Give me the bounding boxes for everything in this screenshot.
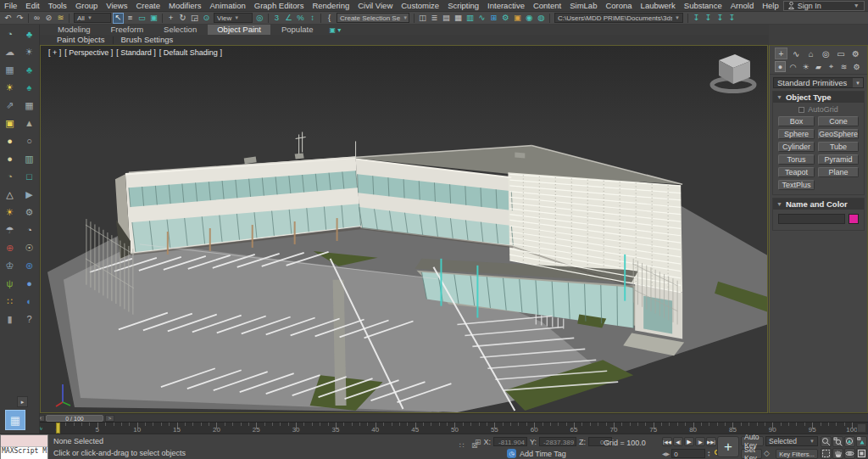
maxscript-mini-listener[interactable]: MAXScript Mi: [0, 434, 48, 459]
menu-interactive[interactable]: Interactive: [483, 0, 529, 12]
curve-editor-icon[interactable]: ∿: [476, 13, 487, 24]
trackbar-expand-button[interactable]: ▸: [17, 396, 28, 407]
cloud-icon[interactable]: ☁: [3, 43, 18, 61]
percent-snap-icon[interactable]: %: [295, 13, 306, 24]
video-frame-icon[interactable]: ▶: [22, 186, 37, 204]
select-and-place-icon[interactable]: ⊙: [201, 13, 212, 24]
unlink-selection-icon[interactable]: ⊘: [43, 13, 54, 24]
menu-scripting[interactable]: Scripting: [443, 0, 483, 12]
help-icon[interactable]: ?: [22, 311, 37, 328]
next-frame-button[interactable]: |▶: [695, 437, 705, 446]
teapot-outline-icon[interactable]: ◔: [22, 221, 37, 239]
next-frame-arrow[interactable]: >: [105, 415, 114, 422]
tab-motion-icon[interactable]: ◎: [820, 48, 832, 59]
pan-button[interactable]: [832, 448, 843, 459]
frame-spinner[interactable]: ▲▼: [707, 451, 710, 457]
autogrid-checkbox[interactable]: [798, 107, 804, 113]
redo-icon[interactable]: ↷: [14, 13, 25, 24]
molecule-icon[interactable]: ⊕: [3, 239, 18, 257]
menu-animation[interactable]: Animation: [206, 0, 250, 12]
menu-help[interactable]: Help: [758, 0, 783, 12]
ribbon-config-icon[interactable]: ▣ ▾: [329, 26, 341, 34]
menu-modifiers[interactable]: Modifiers: [164, 0, 206, 12]
mirror-icon[interactable]: ◫: [417, 13, 428, 24]
globe-icon[interactable]: ⊛: [22, 257, 37, 275]
spinner-snap-icon[interactable]: ↕: [307, 13, 318, 24]
ribbon-tab-selection[interactable]: Selection: [154, 25, 206, 35]
reference-coordinate-dropdown[interactable]: View▼: [214, 13, 253, 23]
shrubs-icon[interactable]: ♣: [22, 61, 37, 79]
forest-icon[interactable]: ♠: [22, 79, 37, 97]
render-iterative-icon[interactable]: ◍: [536, 13, 547, 24]
gear-flower-icon[interactable]: ⚙: [22, 204, 37, 221]
menu-graph-editors[interactable]: Graph Editors: [250, 0, 309, 12]
current-frame-field[interactable]: 0: [671, 449, 705, 458]
primitive-button-plane[interactable]: Plane: [818, 167, 859, 177]
ribbon-tab-freeform[interactable]: Freeform: [102, 25, 153, 35]
menu-customize[interactable]: Customize: [397, 0, 443, 12]
sign-in-button[interactable]: Sign In ▼: [783, 1, 865, 11]
menu-group[interactable]: Group: [71, 0, 102, 12]
window-crossing-toggle-icon[interactable]: ▣: [148, 13, 159, 24]
cat-geometry-icon[interactable]: ●: [775, 61, 786, 72]
teapot-icon[interactable]: ◔: [3, 25, 18, 43]
zoom-extents-all-button[interactable]: [856, 436, 867, 447]
ring-icon[interactable]: ○: [22, 132, 37, 150]
sun-disc-icon[interactable]: ●: [3, 132, 18, 150]
save-to-cloud-icon[interactable]: ↧: [691, 13, 702, 24]
time-slider[interactable]: 0 / 100: [46, 415, 103, 422]
primitive-category-dropdown[interactable]: Standard Primitives ▼: [773, 77, 864, 88]
absolute-mode-icon[interactable]: ⊞: [475, 438, 481, 446]
primitive-button-teapot[interactable]: Teapot: [778, 167, 815, 177]
sun-grey-icon[interactable]: ☀: [22, 43, 37, 61]
menu-views[interactable]: Views: [102, 0, 131, 12]
sun-bright-icon[interactable]: ☀: [3, 204, 18, 221]
sphere-tan-icon[interactable]: ●: [3, 150, 18, 168]
zoom-region-button[interactable]: [821, 448, 832, 459]
menu-create[interactable]: Create: [131, 0, 164, 12]
angle-snap-icon[interactable]: ∠: [283, 13, 294, 24]
ribbon-tab-object-paint[interactable]: Object Paint: [208, 25, 270, 35]
tab-hierarchy-icon[interactable]: ⌂: [804, 48, 817, 59]
frame-select-icon[interactable]: □: [22, 168, 37, 186]
cat-cameras-icon[interactable]: ▰: [813, 61, 824, 72]
object-color-swatch[interactable]: [849, 214, 859, 224]
menu-edit[interactable]: Edit: [21, 0, 43, 12]
menu-substance[interactable]: Substance: [680, 0, 726, 12]
orbit-button[interactable]: [844, 448, 855, 459]
menu-civil-view[interactable]: Civil View: [353, 0, 397, 12]
cat-lights-icon[interactable]: ☀: [800, 61, 811, 72]
view-cube[interactable]: [706, 49, 759, 93]
current-frame-marker[interactable]: [56, 423, 60, 434]
add-time-tag[interactable]: ◷ Add Time Tag: [507, 449, 566, 458]
edit-named-selection-sets-icon[interactable]: {: [324, 13, 335, 24]
primitive-button-cylinder[interactable]: Cylinder: [778, 142, 815, 152]
eclipse-icon[interactable]: ◐: [22, 293, 37, 311]
name-color-rollout-header[interactable]: ▼ Name and Color: [773, 199, 864, 210]
frame-step-arrows[interactable]: ◀▶: [662, 451, 670, 456]
menu-rendering[interactable]: Rendering: [308, 0, 353, 12]
viewport-label-default-shading[interactable]: [ Default Shading ]: [159, 48, 222, 57]
primitive-button-tube[interactable]: Tube: [818, 142, 859, 152]
mountain-white-icon[interactable]: △: [3, 186, 18, 204]
viewport-layout-tab[interactable]: ▦: [5, 410, 25, 430]
manage-links-icon[interactable]: ↧: [726, 13, 737, 24]
select-by-name-icon[interactable]: ≡: [125, 13, 136, 24]
viewport-label-perspective[interactable]: [ Perspective ]: [64, 48, 113, 57]
tab-utilities-icon[interactable]: ⚙: [849, 48, 862, 59]
menu-content[interactable]: Content: [529, 0, 565, 12]
key-filters-icon[interactable]: ◇: [764, 449, 770, 457]
ribbon-subtab-paint-objects[interactable]: Paint Objects: [50, 35, 112, 45]
primitive-button-pyramid[interactable]: Pyramid: [818, 154, 859, 165]
layer-explorer-icon[interactable]: ▦: [453, 13, 464, 24]
trackbar-end-button[interactable]: [857, 423, 866, 433]
zoom-button[interactable]: [821, 436, 832, 447]
named-selection-set-dropdown[interactable]: Create Selection Se▼: [337, 13, 409, 23]
menu-simlab[interactable]: SimLab: [565, 0, 601, 12]
tab-modify-icon[interactable]: ∿: [790, 48, 803, 59]
viewport-label-standard[interactable]: [ Standard ]: [116, 48, 156, 57]
track-bar[interactable]: ∿ 05101520253035404550556065707580859095…: [34, 422, 868, 434]
macro-recorder-field[interactable]: [1, 435, 47, 447]
project-folder-path[interactable]: C:\Users\MDD PRIME\Documents\3ds Max 202…: [554, 13, 683, 23]
primitive-button-cone[interactable]: Cone: [818, 116, 859, 126]
